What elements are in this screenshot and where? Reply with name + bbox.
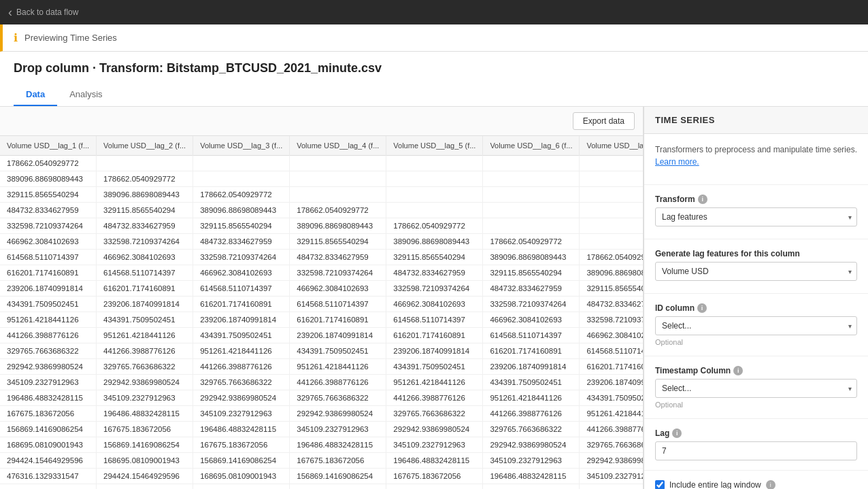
- table-cell: 178662.0540929772: [386, 218, 483, 234]
- table-cell: 345109.2327912963: [580, 469, 644, 484]
- table-cell: 614568.5110714397: [0, 250, 97, 265]
- table-cell: 329765.7663686322: [580, 437, 644, 453]
- table-cell: 614568.5110714397: [290, 297, 386, 312]
- generate-lag-label: Generate lag features for this column: [655, 249, 857, 258]
- timestamp-select[interactable]: Select...: [655, 379, 857, 398]
- table-cell: 951261.4218441126: [97, 328, 193, 343]
- table-cell: 434391.7509502451: [0, 297, 97, 312]
- table-cell: [483, 203, 580, 218]
- table-cell: 434391.7509502451: [386, 359, 483, 375]
- export-button[interactable]: Export data: [573, 112, 635, 130]
- back-arrow-icon: [8, 5, 12, 20]
- generate-lag-select-wrapper: Volume USD ▾: [655, 262, 857, 281]
- table-cell: 239206.18740991814: [386, 343, 483, 359]
- table-cell: 484732.8334627959: [386, 265, 483, 281]
- table-cell: 292942.93869980524: [290, 406, 386, 422]
- lag-input[interactable]: [655, 441, 857, 460]
- table-row: 616201.7174160891614568.5110714397466962…: [0, 265, 644, 281]
- checkboxes-section: Include entire lag window i Flatten the …: [644, 471, 868, 489]
- table-row: 329115.8565540294389096.8869808944317866…: [0, 187, 644, 203]
- table-cell: [193, 171, 290, 187]
- tab-data[interactable]: Data: [14, 84, 57, 106]
- right-panel: TIME SERIES Transformers to preprocess a…: [644, 107, 868, 489]
- main-content: Export data Volume USD__lag_1 (f...Volum…: [0, 107, 868, 489]
- table-cell: 345109.2327912963: [386, 437, 483, 453]
- table-cell: [386, 156, 483, 171]
- table-cell: 389096.88698089443: [483, 250, 580, 265]
- right-panel-header: TIME SERIES: [644, 107, 868, 134]
- table-cell: 168695.08109001943: [290, 484, 386, 490]
- table-cell: [580, 187, 644, 203]
- table-cell: 292942.93869980524: [483, 437, 580, 453]
- table-body: 178662.0540929772389096.8869808944317866…: [0, 156, 644, 490]
- table-cell: 178662.0540929772: [0, 156, 97, 171]
- table-cell: 484732.8334627959: [290, 250, 386, 265]
- table-cell: 294424.15464929596: [97, 469, 193, 484]
- table-cell: 951261.4218441126: [290, 359, 386, 375]
- id-column-select-wrapper: Select... ▾: [655, 316, 857, 335]
- table-header-cell: Volume USD__lag_1 (f...: [0, 136, 97, 156]
- page-header: Drop column · Transform: Bitstamp_BTCUSD…: [0, 52, 868, 107]
- table-row: 614568.5110714397466962.3084102693332598…: [0, 250, 644, 265]
- table-row: 466962.3084102693332598.7210937426448473…: [0, 234, 644, 250]
- tabs-container: Data Analysis: [14, 84, 854, 106]
- table-cell: 389096.88698089443: [290, 218, 386, 234]
- table-row: 178662.0540929772: [0, 156, 644, 171]
- table-cell: 239206.18740991814: [0, 281, 97, 297]
- table-cell: 167675.183672056: [193, 437, 290, 453]
- data-table: Volume USD__lag_1 (f...Volume USD__lag_2…: [0, 136, 644, 489]
- table-cell: 292942.93869980524: [193, 390, 290, 406]
- table-cell: 389096.88698089443: [97, 187, 193, 203]
- table-cell: 614568.5110714397: [386, 312, 483, 328]
- table-cell: 345109.2327912963: [193, 406, 290, 422]
- table-row: 168695.08109001943156869.141690862541676…: [0, 437, 644, 453]
- table-row: 370717.23667354474476316.132933154729442…: [0, 484, 644, 490]
- table-header-cell: Volume USD__lag_3 (f...: [193, 136, 290, 156]
- table-cell: [290, 187, 386, 203]
- table-cell: 332598.72109374264: [97, 234, 193, 250]
- table-cell: 466962.3084102693: [580, 328, 644, 343]
- table-cell: [386, 171, 483, 187]
- table-row: 329765.7663686322441266.3988776126951261…: [0, 343, 644, 359]
- table-cell: 156869.14169086254: [193, 453, 290, 469]
- back-label: Back to data flow: [16, 7, 78, 17]
- panel-description: Transformers to preprocess and manipulat…: [655, 144, 857, 168]
- table-cell: 616201.7174160891: [580, 359, 644, 375]
- transform-select[interactable]: Lag features: [655, 207, 857, 226]
- tab-analysis[interactable]: Analysis: [57, 84, 114, 106]
- table-cell: 329115.8565540294: [290, 234, 386, 250]
- table-cell: 332598.72109374264: [193, 250, 290, 265]
- learn-more-link[interactable]: Learn more.: [655, 157, 699, 167]
- table-cell: 332598.72109374264: [483, 297, 580, 312]
- table-cell: 434391.7509502451: [97, 312, 193, 328]
- entire-lag-checkbox[interactable]: [655, 480, 665, 489]
- table-cell: 196486.48832428115: [97, 406, 193, 422]
- table-cell: 329765.7663686322: [290, 390, 386, 406]
- id-column-section: ID column i Select... ▾ Optional: [644, 294, 868, 356]
- info-banner: ℹ Previewing Time Series: [0, 24, 868, 52]
- table-cell: 156869.14169086254: [97, 437, 193, 453]
- data-toolbar: Export data: [0, 107, 643, 136]
- table-cell: 196486.48832428115: [0, 390, 97, 406]
- timestamp-info-icon[interactable]: i: [733, 366, 743, 375]
- back-link[interactable]: Back to data flow: [8, 5, 78, 20]
- table-cell: 329765.7663686322: [386, 406, 483, 422]
- entire-lag-info-icon[interactable]: i: [766, 480, 775, 489]
- generate-lag-select[interactable]: Volume USD: [655, 262, 857, 281]
- info-banner-text: Previewing Time Series: [24, 33, 117, 43]
- id-column-select[interactable]: Select...: [655, 316, 857, 335]
- table-cell: 951261.4218441126: [483, 390, 580, 406]
- table-cell: 441266.3988776126: [483, 406, 580, 422]
- table-cell: 292942.93869980524: [97, 375, 193, 390]
- transform-label: Transform i: [655, 195, 857, 204]
- table-cell: 434391.7509502451: [290, 343, 386, 359]
- table-cell: 616201.7174160891: [386, 328, 483, 343]
- transform-info-icon[interactable]: i: [698, 195, 707, 204]
- lag-info-icon[interactable]: i: [672, 428, 682, 438]
- table-cell: 466962.3084102693: [483, 312, 580, 328]
- id-column-info-icon[interactable]: i: [697, 303, 707, 313]
- table-cell: 292942.93869980524: [386, 422, 483, 437]
- table-cell: 168695.08109001943: [0, 437, 97, 453]
- table-cell: 329115.8565540294: [580, 281, 644, 297]
- table-cell: 167675.183672056: [97, 422, 193, 437]
